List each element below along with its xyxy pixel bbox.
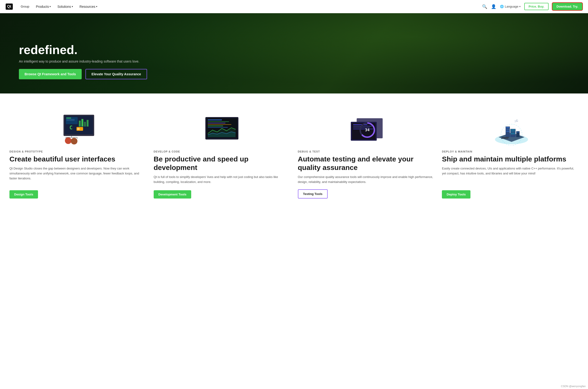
svg-rect-6 xyxy=(81,119,83,127)
svg-rect-43 xyxy=(506,131,509,132)
svg-rect-34 xyxy=(353,129,373,129)
svg-rect-45 xyxy=(511,129,515,130)
deploy-tools-button[interactable]: Deploy Tools xyxy=(442,190,470,198)
design-tools-button[interactable]: Design Tools xyxy=(9,190,38,198)
nav-products[interactable]: Products ▾ xyxy=(36,5,51,8)
card-develop-desc: Qt is full of tools to simplify develope… xyxy=(154,175,290,186)
design-illustration: C AI xyxy=(9,108,146,145)
card-deploy: DEPLOY & MAINTAIN Ship and maintain mult… xyxy=(442,108,579,198)
svg-text:C: C xyxy=(69,125,72,130)
card-develop: DEVELOP & CODE Be productive and speed u… xyxy=(154,108,290,198)
svg-rect-32 xyxy=(353,126,372,127)
resources-chevron-icon: ▾ xyxy=(96,5,97,8)
elevate-qa-button[interactable]: Elevate Your Quality Assurance xyxy=(85,69,147,79)
card-design-desc: Qt Design Studio closes the gap between … xyxy=(9,166,146,186)
download-try-button[interactable]: Download. Try. xyxy=(552,3,583,10)
svg-rect-8 xyxy=(87,120,89,127)
search-icon[interactable]: 🔍 xyxy=(482,4,487,9)
price-buy-button[interactable]: Price. Buy. xyxy=(524,3,548,10)
nav-resources[interactable]: Resources ▾ xyxy=(80,5,97,8)
hero-title: redefined. xyxy=(19,43,569,57)
hero-buttons: Browse Qt Framework and Tools Elevate Yo… xyxy=(19,69,569,79)
debug-illustration: 34 xyxy=(298,108,435,145)
card-debug-title: Automate testing and elevate your qualit… xyxy=(298,155,435,172)
logo-qt: Qt xyxy=(7,4,11,9)
svg-rect-24 xyxy=(208,126,223,126)
card-debug-category: DEBUG & TEST xyxy=(298,150,435,153)
svg-rect-23 xyxy=(208,124,231,125)
nav-solutions[interactable]: Solutions ▾ xyxy=(57,5,73,8)
development-tools-button[interactable]: Development Tools xyxy=(154,190,191,198)
nav-right: 🔍 👤 🌐 Language ▾ Price. Buy. Download. T… xyxy=(482,3,582,10)
card-design-category: DESIGN & PROTOTYPE xyxy=(9,150,146,153)
solutions-chevron-icon: ▾ xyxy=(72,5,73,8)
globe-icon: 🌐 xyxy=(500,5,504,8)
svg-rect-41 xyxy=(506,127,509,128)
card-debug-desc: Our comprehensive quality assurance tool… xyxy=(298,175,435,185)
lang-chevron-icon: ▾ xyxy=(519,5,521,8)
card-deploy-title: Ship and maintain multiple platforms xyxy=(442,155,579,163)
svg-rect-7 xyxy=(84,122,86,127)
svg-rect-21 xyxy=(208,121,229,122)
svg-text:AI: AI xyxy=(77,128,80,130)
svg-rect-46 xyxy=(511,131,515,132)
user-icon[interactable]: 👤 xyxy=(491,4,496,9)
nav-left: Qt Group Products ▾ Solutions ▾ Resource… xyxy=(6,3,97,10)
svg-rect-5 xyxy=(79,121,81,127)
svg-rect-47 xyxy=(511,133,515,134)
svg-rect-31 xyxy=(353,124,367,125)
logo-group-label: Group xyxy=(21,5,29,8)
svg-rect-3 xyxy=(66,118,71,119)
card-deploy-desc: Easily create connected devices, UIs and… xyxy=(442,166,579,186)
svg-rect-4 xyxy=(66,119,75,121)
deploy-illustration xyxy=(442,108,579,145)
testing-tools-button[interactable]: Testing Tools xyxy=(298,189,328,198)
products-chevron-icon: ▾ xyxy=(50,5,51,8)
logo[interactable]: Qt xyxy=(6,3,13,10)
card-design: C AI DESIGN & PROTOTYPE Create beautiful… xyxy=(9,108,146,198)
svg-point-13 xyxy=(71,138,77,144)
language-selector[interactable]: 🌐 Language ▾ xyxy=(500,5,521,8)
card-develop-category: DEVELOP & CODE xyxy=(154,150,290,153)
feature-cards-section: C AI DESIGN & PROTOTYPE Create beautiful… xyxy=(0,94,588,213)
card-deploy-category: DEPLOY & MAINTAIN xyxy=(442,150,579,153)
hero-section: redefined. An intelligent way to produce… xyxy=(0,13,588,94)
svg-rect-20 xyxy=(208,119,222,120)
develop-illustration xyxy=(154,108,290,145)
svg-rect-22 xyxy=(208,123,226,124)
browse-tools-button[interactable]: Browse Qt Framework and Tools xyxy=(19,69,82,79)
svg-marker-50 xyxy=(514,119,519,123)
card-debug: 34 DEBUG & TEST Automate testing and ele… xyxy=(298,108,435,198)
svg-rect-42 xyxy=(506,129,509,130)
svg-rect-25 xyxy=(208,127,228,128)
hero-description: An intelligent way to produce and assure… xyxy=(19,60,161,63)
navbar: Qt Group Products ▾ Solutions ▾ Resource… xyxy=(0,0,588,13)
card-develop-title: Be productive and speed up development xyxy=(154,155,290,172)
svg-rect-49 xyxy=(517,132,519,133)
card-design-title: Create beautiful user interfaces xyxy=(9,155,146,163)
svg-text:34: 34 xyxy=(365,128,369,132)
